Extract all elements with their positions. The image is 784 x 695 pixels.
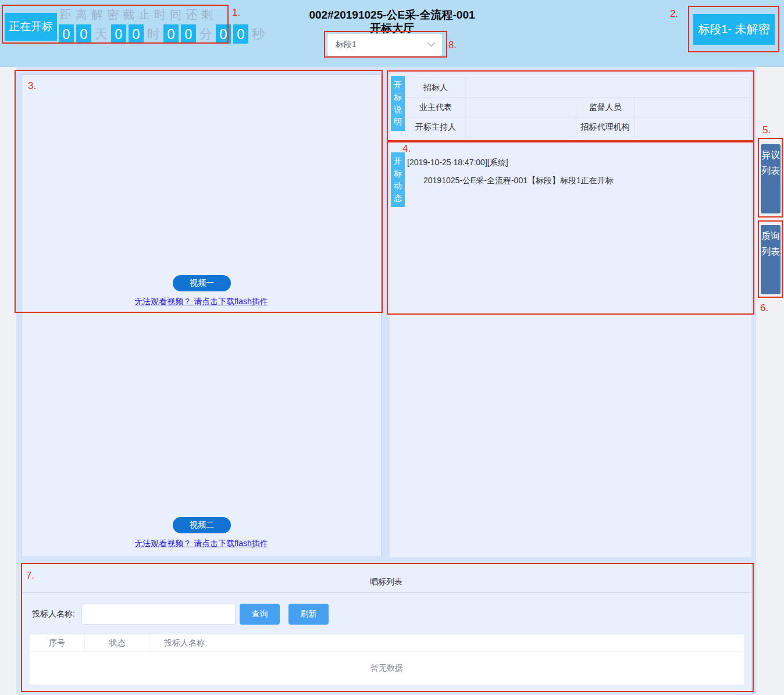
column-header-status: 状态 bbox=[85, 635, 150, 651]
countdown-unit-second: 秒 bbox=[252, 26, 265, 43]
countdown-label: 距离解密截止时间还剩 bbox=[60, 7, 217, 23]
flash-download-link-1[interactable]: 无法观看视频？ 请点击下载flash插件 bbox=[22, 297, 381, 307]
video-panel: 视频一 无法观看视频？ 请点击下载flash插件 视频二 无法观看视频？ 请点击… bbox=[21, 74, 382, 557]
countdown-digit: 0 bbox=[129, 24, 144, 44]
video1-button[interactable]: 视频一 bbox=[173, 275, 231, 291]
countdown-digit: 0 bbox=[163, 24, 179, 44]
annotation-label-5: 5. bbox=[762, 124, 771, 136]
inquiry-list-button[interactable]: 质询列表 bbox=[761, 225, 781, 294]
info-label-owner-rep: 业主代表 bbox=[406, 98, 466, 117]
tab-open-bid-description: 开标说明 bbox=[391, 76, 405, 131]
bid-table-header: 序号 状态 投标人名称 bbox=[30, 635, 744, 652]
activity-log-message: 20191025-公E采-全流程-001【标段】标段1正在开标 bbox=[423, 176, 614, 186]
section-select-value: 标段1 bbox=[336, 40, 357, 50]
activity-log-timestamp: [2019-10-25 18:47:00][系统] bbox=[407, 158, 508, 168]
info-value-host bbox=[466, 117, 576, 137]
refresh-button[interactable]: 刷新 bbox=[288, 604, 329, 625]
countdown-digit: 0 bbox=[76, 24, 91, 44]
countdown-timer: 0 0 天 0 0 时 0 0 分 0 0 秒 bbox=[59, 24, 268, 44]
bidder-name-label: 投标人名称: bbox=[32, 609, 75, 619]
bidder-name-input[interactable] bbox=[81, 604, 236, 625]
video2-button[interactable]: 视频二 bbox=[173, 517, 231, 533]
info-label-supervisor: 监督人员 bbox=[576, 98, 635, 117]
chevron-down-icon bbox=[427, 40, 435, 47]
countdown-unit-hour: 时 bbox=[147, 26, 160, 43]
bid-result-table: 序号 状态 投标人名称 暂无数据 bbox=[29, 634, 744, 685]
countdown-digit: 0 bbox=[59, 24, 74, 44]
tab-open-bid-activity: 开标动态 bbox=[391, 152, 405, 207]
countdown-digit: 0 bbox=[216, 24, 231, 44]
header-bar: 正在开标 距离解密截止时间还剩 0 0 天 0 0 时 0 0 分 0 0 秒 … bbox=[0, 0, 784, 67]
open-bid-hall-page: 正在开标 距离解密截止时间还剩 0 0 天 0 0 时 0 0 分 0 0 秒 … bbox=[0, 0, 784, 695]
info-label-agency: 招标代理机构 bbox=[576, 117, 635, 137]
bid-status-badge: 正在开标 bbox=[5, 13, 57, 41]
flash-download-link-2[interactable]: 无法观看视频？ 请点击下载flash插件 bbox=[22, 539, 381, 549]
bid-list-panel: 唱标列表 投标人名称: 查询 刷新 序号 状态 投标人名称 暂无数据 bbox=[21, 564, 751, 691]
section-select[interactable]: 标段1 bbox=[327, 34, 442, 56]
annotation-label-6: 6. bbox=[760, 302, 768, 314]
info-activity-panel: 开标说明 招标人 业主代表 监督人员 开标主持人 招标代理机构 开标动态 [20… bbox=[390, 72, 751, 557]
column-header-index: 序号 bbox=[30, 635, 85, 651]
info-value-supervisor bbox=[635, 98, 750, 117]
info-value-tenderer bbox=[466, 78, 750, 98]
countdown-unit-day: 天 bbox=[95, 26, 108, 43]
empty-data-text: 暂无数据 bbox=[30, 652, 744, 685]
info-label-tenderer: 招标人 bbox=[406, 78, 466, 98]
column-header-bidder: 投标人名称 bbox=[150, 635, 744, 651]
countdown-unit-minute: 分 bbox=[199, 26, 212, 43]
bid-list-title: 唱标列表 bbox=[21, 577, 751, 587]
info-value-owner-rep bbox=[466, 98, 576, 117]
info-label-host: 开标主持人 bbox=[406, 117, 466, 137]
countdown-digit: 0 bbox=[233, 24, 248, 44]
query-button[interactable]: 查询 bbox=[240, 604, 280, 625]
objection-list-button[interactable]: 异议列表 bbox=[761, 144, 781, 213]
countdown-digit: 0 bbox=[111, 24, 126, 44]
countdown-digit: 0 bbox=[181, 24, 196, 44]
section-decrypt-button[interactable]: 标段1- 未解密 bbox=[693, 14, 775, 45]
bid-info-table: 招标人 业主代表 监督人员 开标主持人 招标代理机构 bbox=[405, 77, 749, 137]
info-value-agency bbox=[635, 117, 750, 137]
divider bbox=[21, 592, 751, 593]
